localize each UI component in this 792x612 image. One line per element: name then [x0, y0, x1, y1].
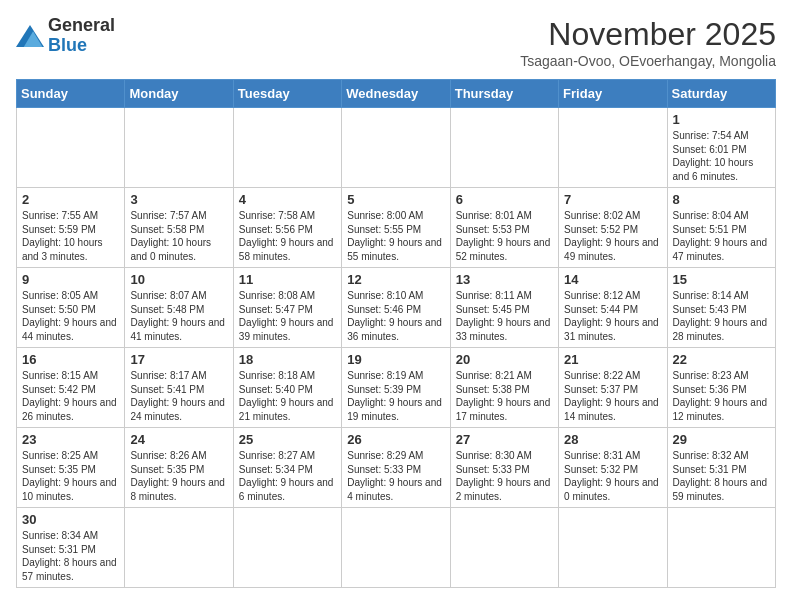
- title-section: November 2025 Tsagaan-Ovoo, OEvoerhangay…: [520, 16, 776, 69]
- calendar-cell: 24Sunrise: 8:26 AM Sunset: 5:35 PM Dayli…: [125, 428, 233, 508]
- calendar-cell: 6Sunrise: 8:01 AM Sunset: 5:53 PM Daylig…: [450, 188, 558, 268]
- day-number: 30: [22, 512, 119, 527]
- day-number: 13: [456, 272, 553, 287]
- calendar-cell: [125, 508, 233, 588]
- day-number: 11: [239, 272, 336, 287]
- day-info: Sunrise: 8:23 AM Sunset: 5:36 PM Dayligh…: [673, 369, 770, 423]
- calendar-cell: 7Sunrise: 8:02 AM Sunset: 5:52 PM Daylig…: [559, 188, 667, 268]
- calendar-cell: 11Sunrise: 8:08 AM Sunset: 5:47 PM Dayli…: [233, 268, 341, 348]
- day-info: Sunrise: 8:29 AM Sunset: 5:33 PM Dayligh…: [347, 449, 444, 503]
- day-number: 3: [130, 192, 227, 207]
- day-number: 5: [347, 192, 444, 207]
- calendar-cell: [342, 108, 450, 188]
- calendar-cell: 19Sunrise: 8:19 AM Sunset: 5:39 PM Dayli…: [342, 348, 450, 428]
- day-info: Sunrise: 8:00 AM Sunset: 5:55 PM Dayligh…: [347, 209, 444, 263]
- day-number: 7: [564, 192, 661, 207]
- calendar-cell: [342, 508, 450, 588]
- day-info: Sunrise: 8:30 AM Sunset: 5:33 PM Dayligh…: [456, 449, 553, 503]
- day-number: 21: [564, 352, 661, 367]
- day-info: Sunrise: 8:26 AM Sunset: 5:35 PM Dayligh…: [130, 449, 227, 503]
- weekday-header-saturday: Saturday: [667, 80, 775, 108]
- calendar-cell: [559, 108, 667, 188]
- day-info: Sunrise: 8:34 AM Sunset: 5:31 PM Dayligh…: [22, 529, 119, 583]
- day-info: Sunrise: 8:07 AM Sunset: 5:48 PM Dayligh…: [130, 289, 227, 343]
- calendar-week-row: 23Sunrise: 8:25 AM Sunset: 5:35 PM Dayli…: [17, 428, 776, 508]
- calendar-subtitle: Tsagaan-Ovoo, OEvoerhangay, Mongolia: [520, 53, 776, 69]
- day-info: Sunrise: 8:02 AM Sunset: 5:52 PM Dayligh…: [564, 209, 661, 263]
- day-info: Sunrise: 8:15 AM Sunset: 5:42 PM Dayligh…: [22, 369, 119, 423]
- calendar-cell: 1Sunrise: 7:54 AM Sunset: 6:01 PM Daylig…: [667, 108, 775, 188]
- calendar-week-row: 30Sunrise: 8:34 AM Sunset: 5:31 PM Dayli…: [17, 508, 776, 588]
- day-number: 24: [130, 432, 227, 447]
- logo: General Blue: [16, 16, 115, 56]
- day-info: Sunrise: 7:57 AM Sunset: 5:58 PM Dayligh…: [130, 209, 227, 263]
- day-number: 15: [673, 272, 770, 287]
- day-number: 19: [347, 352, 444, 367]
- day-info: Sunrise: 8:31 AM Sunset: 5:32 PM Dayligh…: [564, 449, 661, 503]
- calendar-cell: 20Sunrise: 8:21 AM Sunset: 5:38 PM Dayli…: [450, 348, 558, 428]
- calendar-cell: 28Sunrise: 8:31 AM Sunset: 5:32 PM Dayli…: [559, 428, 667, 508]
- day-info: Sunrise: 8:27 AM Sunset: 5:34 PM Dayligh…: [239, 449, 336, 503]
- calendar-cell: [233, 108, 341, 188]
- day-info: Sunrise: 8:08 AM Sunset: 5:47 PM Dayligh…: [239, 289, 336, 343]
- weekday-header-tuesday: Tuesday: [233, 80, 341, 108]
- calendar-cell: 14Sunrise: 8:12 AM Sunset: 5:44 PM Dayli…: [559, 268, 667, 348]
- day-info: Sunrise: 8:17 AM Sunset: 5:41 PM Dayligh…: [130, 369, 227, 423]
- calendar-cell: [559, 508, 667, 588]
- calendar-cell: 18Sunrise: 8:18 AM Sunset: 5:40 PM Dayli…: [233, 348, 341, 428]
- day-info: Sunrise: 8:01 AM Sunset: 5:53 PM Dayligh…: [456, 209, 553, 263]
- calendar-week-row: 16Sunrise: 8:15 AM Sunset: 5:42 PM Dayli…: [17, 348, 776, 428]
- calendar-cell: 4Sunrise: 7:58 AM Sunset: 5:56 PM Daylig…: [233, 188, 341, 268]
- weekday-header-thursday: Thursday: [450, 80, 558, 108]
- day-number: 20: [456, 352, 553, 367]
- calendar-cell: 23Sunrise: 8:25 AM Sunset: 5:35 PM Dayli…: [17, 428, 125, 508]
- calendar-header: SundayMondayTuesdayWednesdayThursdayFrid…: [17, 80, 776, 108]
- calendar-cell: 2Sunrise: 7:55 AM Sunset: 5:59 PM Daylig…: [17, 188, 125, 268]
- day-number: 22: [673, 352, 770, 367]
- day-number: 27: [456, 432, 553, 447]
- calendar-cell: 9Sunrise: 8:05 AM Sunset: 5:50 PM Daylig…: [17, 268, 125, 348]
- day-info: Sunrise: 8:05 AM Sunset: 5:50 PM Dayligh…: [22, 289, 119, 343]
- calendar-cell: [17, 108, 125, 188]
- calendar-cell: 13Sunrise: 8:11 AM Sunset: 5:45 PM Dayli…: [450, 268, 558, 348]
- day-info: Sunrise: 8:04 AM Sunset: 5:51 PM Dayligh…: [673, 209, 770, 263]
- day-info: Sunrise: 8:18 AM Sunset: 5:40 PM Dayligh…: [239, 369, 336, 423]
- day-info: Sunrise: 8:11 AM Sunset: 5:45 PM Dayligh…: [456, 289, 553, 343]
- calendar-cell: 10Sunrise: 8:07 AM Sunset: 5:48 PM Dayli…: [125, 268, 233, 348]
- calendar-cell: [233, 508, 341, 588]
- day-info: Sunrise: 8:14 AM Sunset: 5:43 PM Dayligh…: [673, 289, 770, 343]
- day-info: Sunrise: 7:55 AM Sunset: 5:59 PM Dayligh…: [22, 209, 119, 263]
- day-number: 28: [564, 432, 661, 447]
- calendar-cell: 16Sunrise: 8:15 AM Sunset: 5:42 PM Dayli…: [17, 348, 125, 428]
- day-number: 6: [456, 192, 553, 207]
- day-number: 1: [673, 112, 770, 127]
- calendar-cell: 8Sunrise: 8:04 AM Sunset: 5:51 PM Daylig…: [667, 188, 775, 268]
- day-info: Sunrise: 8:21 AM Sunset: 5:38 PM Dayligh…: [456, 369, 553, 423]
- day-number: 17: [130, 352, 227, 367]
- calendar-cell: 15Sunrise: 8:14 AM Sunset: 5:43 PM Dayli…: [667, 268, 775, 348]
- calendar-cell: 27Sunrise: 8:30 AM Sunset: 5:33 PM Dayli…: [450, 428, 558, 508]
- calendar-cell: 22Sunrise: 8:23 AM Sunset: 5:36 PM Dayli…: [667, 348, 775, 428]
- logo-text: General Blue: [48, 16, 115, 56]
- page-header: General Blue November 2025 Tsagaan-Ovoo,…: [16, 16, 776, 69]
- weekday-header-wednesday: Wednesday: [342, 80, 450, 108]
- day-number: 9: [22, 272, 119, 287]
- calendar-cell: 30Sunrise: 8:34 AM Sunset: 5:31 PM Dayli…: [17, 508, 125, 588]
- calendar-cell: 21Sunrise: 8:22 AM Sunset: 5:37 PM Dayli…: [559, 348, 667, 428]
- calendar-cell: 17Sunrise: 8:17 AM Sunset: 5:41 PM Dayli…: [125, 348, 233, 428]
- calendar-week-row: 9Sunrise: 8:05 AM Sunset: 5:50 PM Daylig…: [17, 268, 776, 348]
- day-number: 16: [22, 352, 119, 367]
- calendar-table: SundayMondayTuesdayWednesdayThursdayFrid…: [16, 79, 776, 588]
- calendar-cell: 3Sunrise: 7:57 AM Sunset: 5:58 PM Daylig…: [125, 188, 233, 268]
- weekday-header-monday: Monday: [125, 80, 233, 108]
- day-info: Sunrise: 8:10 AM Sunset: 5:46 PM Dayligh…: [347, 289, 444, 343]
- calendar-cell: [667, 508, 775, 588]
- day-number: 12: [347, 272, 444, 287]
- weekday-header-friday: Friday: [559, 80, 667, 108]
- calendar-cell: 25Sunrise: 8:27 AM Sunset: 5:34 PM Dayli…: [233, 428, 341, 508]
- day-info: Sunrise: 7:54 AM Sunset: 6:01 PM Dayligh…: [673, 129, 770, 183]
- day-number: 10: [130, 272, 227, 287]
- day-number: 25: [239, 432, 336, 447]
- calendar-body: 1Sunrise: 7:54 AM Sunset: 6:01 PM Daylig…: [17, 108, 776, 588]
- day-number: 14: [564, 272, 661, 287]
